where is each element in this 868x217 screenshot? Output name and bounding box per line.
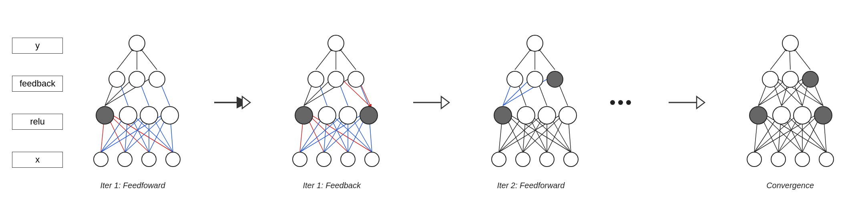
label-y: y <box>12 38 63 54</box>
svg-point-25 <box>94 152 108 167</box>
svg-point-67 <box>293 152 307 167</box>
svg-point-75 <box>308 71 324 87</box>
network-4-svg <box>738 27 842 175</box>
svg-line-103 <box>515 48 532 70</box>
svg-point-160 <box>782 71 798 87</box>
svg-point-34 <box>129 71 145 87</box>
arrow-3 <box>667 90 707 115</box>
svg-point-112 <box>538 106 556 124</box>
svg-point-28 <box>166 152 180 167</box>
svg-point-30 <box>119 106 137 124</box>
svg-point-69 <box>341 152 355 167</box>
svg-point-111 <box>517 106 535 124</box>
svg-point-153 <box>795 152 810 167</box>
svg-line-66 <box>339 48 356 70</box>
svg-point-31 <box>140 106 158 124</box>
svg-point-159 <box>762 71 778 87</box>
svg-line-148 <box>770 48 787 70</box>
svg-point-74 <box>360 106 378 124</box>
arrow-3-svg <box>667 90 707 115</box>
svg-point-151 <box>747 152 762 167</box>
svg-point-78 <box>328 35 344 51</box>
svg-point-154 <box>819 152 834 167</box>
svg-point-71 <box>295 106 313 124</box>
svg-marker-38 <box>242 96 250 108</box>
network-4: Convergence <box>738 27 842 190</box>
svg-point-113 <box>559 106 577 124</box>
dots-separator <box>610 100 631 105</box>
caption-1: Iter 1: Feedfoward <box>100 181 165 190</box>
svg-point-157 <box>794 106 811 124</box>
label-feedback: feedback <box>12 76 63 92</box>
svg-point-36 <box>129 35 145 51</box>
caption-4: Convergence <box>766 181 814 190</box>
network-3-svg <box>483 27 579 175</box>
svg-line-64 <box>316 48 333 70</box>
labels-column: y feedback relu x <box>12 26 63 179</box>
label-x: x <box>12 152 63 168</box>
svg-line-150 <box>794 48 810 70</box>
network-2: Iter 1: Feedback <box>284 27 380 190</box>
svg-marker-118 <box>697 96 705 108</box>
svg-point-32 <box>161 106 179 124</box>
svg-point-155 <box>749 106 767 124</box>
svg-line-24 <box>140 48 157 70</box>
svg-point-26 <box>118 152 132 167</box>
svg-point-161 <box>802 71 818 87</box>
caption-3: Iter 2: Feedforward <box>497 181 565 190</box>
label-relu: relu <box>12 114 63 130</box>
svg-point-156 <box>773 106 790 124</box>
svg-point-73 <box>339 106 357 124</box>
caption-2: Iter 1: Feedback <box>303 181 361 190</box>
svg-point-107 <box>516 152 530 167</box>
svg-point-106 <box>492 152 506 167</box>
dot-1 <box>610 100 615 105</box>
svg-point-108 <box>540 152 554 167</box>
svg-point-72 <box>318 106 336 124</box>
network-1-svg <box>85 27 181 175</box>
svg-line-105 <box>538 48 555 70</box>
svg-point-33 <box>109 71 125 87</box>
svg-point-110 <box>494 106 512 124</box>
svg-point-76 <box>328 71 344 87</box>
svg-point-29 <box>96 106 114 124</box>
svg-point-35 <box>149 71 165 87</box>
network-1: Iter 1: Feedfoward <box>85 27 181 190</box>
arrow-1-svg <box>212 90 252 115</box>
svg-line-22 <box>117 48 134 70</box>
dot-3 <box>626 100 631 105</box>
svg-point-162 <box>782 35 798 51</box>
svg-point-114 <box>507 71 523 87</box>
svg-point-152 <box>771 152 786 167</box>
svg-point-115 <box>527 71 543 87</box>
svg-point-158 <box>814 106 832 124</box>
networks-row: Iter 1: Feedfoward <box>71 27 856 190</box>
arrow-2-svg <box>411 90 451 115</box>
svg-point-117 <box>527 35 543 51</box>
arrow-2 <box>411 90 451 115</box>
svg-point-116 <box>547 71 563 87</box>
main-container: y feedback relu x <box>0 0 868 217</box>
svg-point-70 <box>365 152 379 167</box>
svg-point-68 <box>317 152 331 167</box>
svg-point-109 <box>564 152 578 167</box>
svg-point-77 <box>348 71 364 87</box>
network-3: Iter 2: Feedforward <box>483 27 579 190</box>
svg-point-27 <box>142 152 156 167</box>
dot-2 <box>618 100 623 105</box>
arrow-1 <box>212 90 252 115</box>
svg-marker-79 <box>441 96 449 108</box>
network-2-svg <box>284 27 380 175</box>
